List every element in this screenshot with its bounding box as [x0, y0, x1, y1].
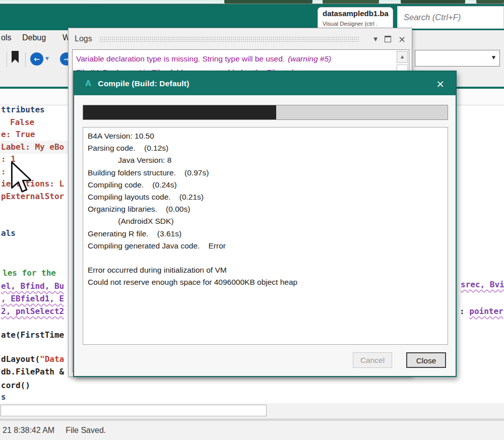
compile-dialog-title-bar[interactable]: A Compile (Build: Default) ×: [74, 72, 456, 95]
logs-title-bar[interactable]: Logs ▼ ×: [69, 28, 412, 49]
tab-title: datasampledb1.ba: [323, 9, 389, 18]
designer-dropdown[interactable]: ▼: [415, 50, 500, 67]
close-icon[interactable]: ×: [436, 79, 445, 89]
status-timestamp: 21 8:38:42 AM: [3, 426, 54, 434]
code-line: , EBfield1, E: [1, 294, 64, 303]
search-input[interactable]: [398, 7, 503, 28]
code-editor-right[interactable]: srec, Bvi : pointer: [460, 89, 504, 403]
code-line: Label: My eBo: [1, 142, 64, 152]
code-line: : pointer: [460, 306, 503, 316]
close-icon[interactable]: ×: [398, 34, 406, 44]
compile-dialog-title: Compile (Build: Default): [98, 79, 189, 88]
code-line: ttributes: [1, 105, 45, 114]
code-line: e: True: [1, 130, 35, 139]
code-fragment: dLayout(: [1, 354, 40, 364]
tab-subtitle: Visual Designer (ctrl .: [323, 21, 377, 27]
code-line: dLayout("Data: [1, 354, 64, 364]
toolbar-separator: [25, 52, 26, 67]
code-line: cord(): [1, 381, 30, 390]
search-box[interactable]: [397, 6, 504, 29]
logs-title: Logs: [75, 34, 92, 43]
compile-log-box[interactable]: B4A Version: 10.50Parsing code. (0.12s) …: [83, 127, 448, 345]
code-line: False: [10, 117, 34, 127]
status-bar: 21 8:38:42 AMFile Saved.: [0, 421, 504, 440]
code-line: les for the: [3, 268, 56, 278]
scroll-up-arrow-icon[interactable]: ▲: [397, 51, 408, 63]
log-warning-row[interactable]: Variable declaration type is missing. St…: [76, 54, 331, 64]
tab-datasampledb1[interactable]: datasampledb1.ba Visual Designer (ctrl .: [318, 7, 393, 30]
compile-log-lines: B4A Version: 10.50Parsing code. (0.12s) …: [83, 128, 448, 289]
log-warning-text: Variable declaration type is missing. St…: [76, 54, 285, 63]
code-line: s: [1, 392, 6, 402]
code-line: :: [1, 167, 6, 176]
maximize-icon[interactable]: [385, 36, 391, 42]
bottom-progress-bar: [1, 405, 267, 416]
menu-item-debug[interactable]: Debug: [22, 33, 46, 42]
b4a-logo-icon: A: [85, 79, 91, 89]
chevron-down-icon: ▼: [492, 55, 495, 60]
code-line: als: [1, 228, 16, 238]
log-warning-note: (warning #5): [288, 54, 331, 63]
menu-item-tools[interactable]: ols: [1, 33, 11, 42]
code-line: ate(FirstTime: [1, 330, 64, 340]
panel-grip-texture[interactable]: [99, 36, 360, 42]
code-line: 2, pnlSelect2: [1, 306, 64, 316]
toolbar-separator: [7, 52, 7, 67]
pin-minimize-icon[interactable]: ▼: [373, 36, 377, 42]
compile-progress-bar: [83, 105, 448, 120]
code-fragment: :: [460, 306, 469, 316]
navigate-back-button[interactable]: ←: [30, 52, 43, 66]
variable-fragment: pointer: [469, 306, 503, 316]
code-line: db.FilePath &: [1, 367, 64, 376]
status-message: File Saved.: [66, 426, 106, 434]
mouse-cursor: [10, 161, 31, 194]
progress-fill: [83, 105, 276, 119]
code-editor-left[interactable]: ttributes False e: True Label: My eBo : …: [0, 89, 68, 403]
back-history-caret-icon[interactable]: ▼: [45, 56, 49, 61]
cancel-button[interactable]: Cancel: [353, 352, 392, 368]
code-line: el, Bfind, Bu: [1, 281, 64, 291]
compile-dialog: A Compile (Build: Default) × B4A Version…: [73, 71, 457, 377]
string-fragment: "Data: [40, 354, 64, 364]
code-line: srec, Bvi: [461, 280, 504, 289]
close-button[interactable]: Close: [406, 352, 446, 368]
